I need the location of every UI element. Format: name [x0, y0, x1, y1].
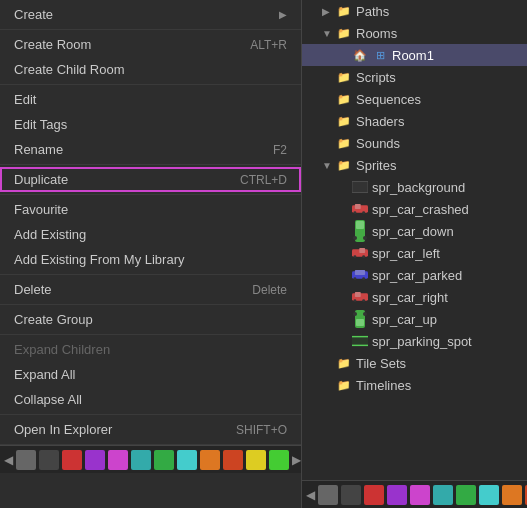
tree-item-scripts[interactable]: 📁 Scripts: [302, 66, 527, 88]
toolbar-btn-red2[interactable]: [223, 450, 243, 470]
toolbar-btn-teal[interactable]: [131, 450, 151, 470]
svg-rect-14: [355, 270, 365, 275]
tree-item-label: Sounds: [356, 136, 400, 151]
svg-point-3: [353, 211, 356, 214]
tree-item-spr-car-parked[interactable]: spr_car_parked: [302, 264, 527, 286]
tree-item-sprites[interactable]: ▼ 📁 Sprites: [302, 154, 527, 176]
menu-item-expand-children: Expand Children: [0, 337, 301, 362]
toolbar-btn-orange2[interactable]: [502, 485, 522, 505]
menu-item-label: Create Child Room: [14, 62, 125, 77]
context-menu: Create Create Room ALT+R Create Child Ro…: [0, 0, 302, 508]
sprite-icon: [352, 179, 368, 195]
tree-item-spr-car-up[interactable]: spr_car_up: [302, 308, 527, 330]
menu-item-add-existing[interactable]: Add Existing: [0, 222, 301, 247]
sprite-icon: [352, 245, 368, 261]
tree-item-spr-parking-spot[interactable]: spr_parking_spot: [302, 330, 527, 352]
svg-rect-18: [355, 292, 361, 297]
toolbar-btn-brightgreen[interactable]: [269, 450, 289, 470]
toolbar-btn-purple2[interactable]: [387, 485, 407, 505]
tree-item-paths[interactable]: ▶ 📁 Paths: [302, 0, 527, 22]
toolbar-btn-pink2[interactable]: [410, 485, 430, 505]
svg-point-7: [353, 236, 357, 240]
menu-item-edit[interactable]: Edit: [0, 87, 301, 112]
toolbar-btn-red2b[interactable]: [364, 485, 384, 505]
toolbar-btn-gray2[interactable]: [318, 485, 338, 505]
toolbar-btn-pink[interactable]: [108, 450, 128, 470]
expand-arrow-icon: ▼: [322, 28, 334, 39]
toolbar-btn-dark[interactable]: [39, 450, 59, 470]
tree-item-spr-car-crashed[interactable]: spr_car_crashed: [302, 198, 527, 220]
tree-item-timelines[interactable]: 📁 Timelines: [302, 374, 527, 396]
tree-item-sounds[interactable]: 📁 Sounds: [302, 132, 527, 154]
menu-item-create-child-room[interactable]: Create Child Room: [0, 57, 301, 82]
tree-panel: ▶ 📁 Paths ▼ 📁 Rooms 🏠 ⊞ Room1 📁 Scripts …: [302, 0, 527, 508]
toolbar-btn-dark2[interactable]: [341, 485, 361, 505]
folder-icon: 📁: [336, 113, 352, 129]
menu-item-rename[interactable]: Rename F2: [0, 137, 301, 162]
tree-item-label: Sprites: [356, 158, 396, 173]
folder-icon: 📁: [336, 377, 352, 393]
tree-item-label: Paths: [356, 4, 389, 19]
menu-item-create-room[interactable]: Create Room ALT+R: [0, 32, 301, 57]
svg-point-8: [363, 236, 367, 240]
menu-item-collapse-all[interactable]: Collapse All: [0, 387, 301, 412]
menu-item-create[interactable]: Create: [0, 2, 301, 27]
menu-section-rooms: Create Room ALT+R Create Child Room: [0, 30, 301, 85]
svg-point-15: [353, 277, 356, 280]
toolbar-btn-red[interactable]: [62, 450, 82, 470]
tree-item-label: Tile Sets: [356, 356, 406, 371]
right-arrow-icon[interactable]: ▶: [292, 453, 301, 467]
tree-item-label: spr_car_up: [372, 312, 437, 327]
menu-section-duplicate: Duplicate CTRL+D: [0, 165, 301, 195]
tree-item-label: Room1: [392, 48, 434, 63]
menu-item-expand-all[interactable]: Expand All: [0, 362, 301, 387]
toolbar-btn-gray[interactable]: [16, 450, 36, 470]
svg-rect-27: [352, 345, 368, 346]
toolbar-btn-lightteal2[interactable]: [479, 485, 499, 505]
toolbar-btn-green2[interactable]: [456, 485, 476, 505]
menu-item-create-group[interactable]: Create Group: [0, 307, 301, 332]
tree-bottom-toolbar: ◀ ▶: [302, 480, 527, 508]
tree-item-room1[interactable]: 🏠 ⊞ Room1: [302, 44, 527, 66]
tree-item-rooms[interactable]: ▼ 📁 Rooms: [302, 22, 527, 44]
menu-item-shortcut: ALT+R: [250, 38, 287, 52]
menu-item-delete[interactable]: Delete Delete: [0, 277, 301, 302]
svg-point-23: [353, 312, 357, 316]
svg-rect-22: [356, 319, 364, 326]
bottom-toolbar: ◀ ▶: [0, 445, 301, 473]
tree-item-sequences[interactable]: 📁 Sequences: [302, 88, 527, 110]
folder-icon: 📁: [336, 355, 352, 371]
tree-item-label: spr_car_down: [372, 224, 454, 239]
tree-item-spr-car-down[interactable]: spr_car_down: [302, 220, 527, 242]
menu-item-label: Create Group: [14, 312, 93, 327]
left-arrow-icon[interactable]: ◀: [306, 488, 315, 502]
tree-item-spr-car-left[interactable]: spr_car_left: [302, 242, 527, 264]
menu-item-favourite[interactable]: Favourite: [0, 197, 301, 222]
menu-item-open-explorer[interactable]: Open In Explorer SHIFT+O: [0, 417, 301, 442]
folder-icon: 📁: [336, 157, 352, 173]
toolbar-btn-teal2[interactable]: [433, 485, 453, 505]
menu-item-duplicate[interactable]: Duplicate CTRL+D: [0, 167, 301, 192]
menu-item-label: Expand Children: [14, 342, 110, 357]
tree-item-spr-background[interactable]: spr_background: [302, 176, 527, 198]
tree-content: ▶ 📁 Paths ▼ 📁 Rooms 🏠 ⊞ Room1 📁 Scripts …: [302, 0, 527, 480]
left-arrow-icon[interactable]: ◀: [4, 453, 13, 467]
menu-item-label: Create Room: [14, 37, 91, 52]
toolbar-btn-lightteal[interactable]: [177, 450, 197, 470]
svg-point-24: [363, 312, 367, 316]
menu-section-create: Create: [0, 0, 301, 30]
expand-arrow-icon: ▶: [322, 6, 334, 17]
tree-item-tilesets[interactable]: 📁 Tile Sets: [302, 352, 527, 374]
toolbar-btn-purple[interactable]: [85, 450, 105, 470]
sprite-icon: [352, 201, 368, 217]
menu-item-add-existing-library[interactable]: Add Existing From My Library: [0, 247, 301, 272]
toolbar-btn-orange[interactable]: [200, 450, 220, 470]
toolbar-btn-yellow[interactable]: [246, 450, 266, 470]
tree-item-label: Sequences: [356, 92, 421, 107]
room-icon: ⊞: [372, 47, 388, 63]
toolbar-btn-green[interactable]: [154, 450, 174, 470]
tree-item-shaders[interactable]: 📁 Shaders: [302, 110, 527, 132]
menu-item-edit-tags[interactable]: Edit Tags: [0, 112, 301, 137]
tree-item-spr-car-right[interactable]: spr_car_right: [302, 286, 527, 308]
menu-section-expand: Expand Children Expand All Collapse All: [0, 335, 301, 415]
